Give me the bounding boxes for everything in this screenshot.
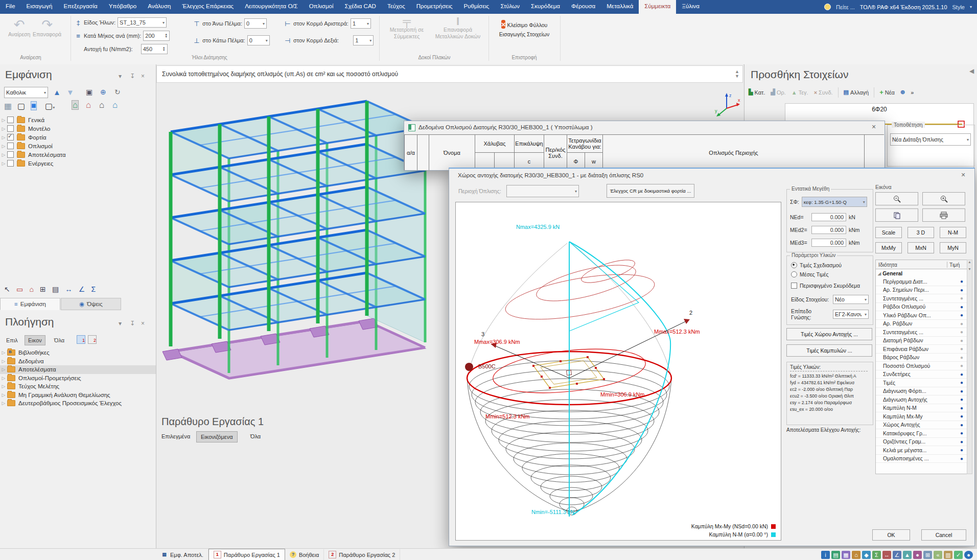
window-1-icon[interactable]: 1 xyxy=(77,335,85,344)
tree-checkbox[interactable] xyxy=(7,134,14,141)
pin-icon[interactable]: ↧ xyxy=(130,73,135,80)
knowledge-combo[interactable]: ΕΓ2-Κανον▾ xyxy=(833,310,869,319)
expander-icon[interactable]: ▷ xyxy=(0,367,7,372)
undo-button[interactable]: ↶ Αναίρεση xyxy=(8,18,30,37)
menu-tab[interactable]: Επεξεργασία xyxy=(58,0,103,14)
prop-toggle-icon[interactable]: ● xyxy=(957,329,967,335)
prop-row[interactable]: Τιμές ● xyxy=(876,379,967,387)
grid-icon[interactable]: ▦ xyxy=(842,551,850,559)
prop-row[interactable]: Καμπύλη N-M ● xyxy=(876,404,967,413)
down-arrow-icon[interactable]: ▼ xyxy=(66,88,74,97)
prop-toggle-icon[interactable]: ● xyxy=(957,413,967,419)
prop-row[interactable]: Κελιά με μέγιστα... ● xyxy=(876,446,967,455)
prop-toggle-icon[interactable]: ● xyxy=(957,380,967,385)
cube-solid-icon[interactable]: ■ xyxy=(31,101,37,110)
nav-tree-row[interactable]: ▷ Αποτελέσματα xyxy=(0,365,156,374)
prop-toggle-icon[interactable]: ● xyxy=(957,363,967,368)
prop-row[interactable]: Κατακόρυφες Γρ... ● xyxy=(876,429,967,438)
prop-toggle-icon[interactable]: ● xyxy=(957,396,967,402)
model-icon[interactable]: ⌂ xyxy=(852,551,860,559)
menu-tab[interactable]: Στύλων xyxy=(495,0,525,14)
props-scrollbar[interactable]: ▲▼ xyxy=(967,260,972,474)
menu-tab[interactable]: Προμετρήσεις xyxy=(411,0,458,14)
display-tree-row[interactable]: ▷ Ενέργειες xyxy=(0,159,156,168)
expander-icon[interactable]: ▷ xyxy=(0,401,7,406)
prop-toggle-icon[interactable]: ● xyxy=(957,447,967,453)
prop-row[interactable]: Οριζόντιες Γραμ... ● xyxy=(876,438,967,447)
window-2-icon[interactable]: 2 xyxy=(88,335,97,344)
solid-view-icon[interactable]: ⌂ xyxy=(99,100,104,110)
tab-views[interactable]: ◉ Όψεις xyxy=(61,298,121,310)
rebar-region-combo[interactable]: ▾ xyxy=(506,185,579,197)
menu-tab[interactable]: Ρυθμίσεις xyxy=(458,0,495,14)
expander-icon[interactable]: ▷ xyxy=(0,350,7,355)
prop-toggle-icon[interactable]: ● xyxy=(957,405,967,411)
mean-values-radio[interactable]: Μέσες Τιμές xyxy=(791,271,829,277)
view-nm-button[interactable]: N-M xyxy=(940,227,966,238)
prop-row[interactable]: Διάγνωση Αντοχής ● xyxy=(876,395,967,404)
display-tree-row[interactable]: ▷ Οπλισμοί xyxy=(0,142,156,150)
close-icon[interactable]: × xyxy=(141,73,145,80)
convert-composite-button[interactable]: ╤ Μετατροπή σε Σύμμεικτες xyxy=(384,18,429,40)
tree-checkbox[interactable] xyxy=(7,160,14,167)
menu-tab[interactable]: Υπόβαθρο xyxy=(103,0,143,14)
chevron-down-icon[interactable]: ▾ xyxy=(119,73,122,80)
menu-tab[interactable]: Μεταλλικά xyxy=(601,0,639,14)
element-type-combo[interactable]: Νέο▾ xyxy=(833,295,869,304)
expander-icon[interactable]: ▷ xyxy=(0,152,7,157)
table-icon[interactable]: ⊞ xyxy=(923,551,932,559)
menu-tab[interactable]: Τεύχος xyxy=(382,0,411,14)
layers-icon[interactable]: ▤ xyxy=(831,551,840,559)
cube-wire-icon[interactable]: ▢ xyxy=(17,101,25,111)
tree-checkbox[interactable] xyxy=(7,143,14,149)
ned-input[interactable]: 0.000 xyxy=(811,213,846,221)
menu-tab[interactable]: Λειτουργικότητα Ο/Σ xyxy=(239,0,304,14)
close-icon[interactable]: × xyxy=(141,320,145,327)
up-arrow-icon[interactable]: ▲ xyxy=(53,88,61,97)
prop-row[interactable]: Διάγνωση Φόρτι... ● xyxy=(876,387,967,396)
display-tree-row[interactable]: ▷ Μοντέλο xyxy=(0,124,156,133)
overflow-button[interactable]: » xyxy=(909,88,916,97)
menu-tab[interactable]: Οπλισμοί xyxy=(304,0,339,14)
diamond-icon[interactable]: ◆ xyxy=(862,551,871,559)
menu-tab[interactable]: Σκυρόδεμα xyxy=(525,0,566,14)
prop-toggle-icon[interactable]: ● xyxy=(957,295,967,301)
prop-row[interactable]: Διατομή Ράβδων ● xyxy=(876,337,967,345)
col-region[interactable]: Οπλισμός Περιοχής xyxy=(602,134,864,170)
rows-icon[interactable]: ▥ xyxy=(944,551,952,559)
design-values-radio[interactable]: Τιμές Σχεδιασμού xyxy=(791,262,842,268)
placement-combo[interactable]: Νέα Διάταξη Όπλισης▾ xyxy=(890,133,971,146)
taskbar-item-workspace1[interactable]: 1Παράθυρο Εργασίας 1 xyxy=(208,549,285,560)
view-mxmy-button[interactable]: MxMy xyxy=(875,242,902,253)
taskbar-item-results[interactable]: ▤Εμφ. Αποτελ. xyxy=(156,549,208,560)
taskbar-item-help[interactable]: ?Βοήθεια xyxy=(285,549,324,560)
menu-tab[interactable]: Ξύλινα xyxy=(676,0,705,14)
nail-type-combo[interactable]: ST_13_75▾ xyxy=(118,17,167,28)
dimension-icon[interactable]: ↔ xyxy=(65,285,72,293)
stirrup-button[interactable]: ▲Τεγ. xyxy=(789,88,810,97)
vertical-rebar-button[interactable]: ▙Κατ. xyxy=(747,87,767,97)
scope-combo[interactable]: Καθολικ▾ xyxy=(4,87,48,98)
tree-checkbox[interactable] xyxy=(7,151,14,158)
prop-toggle-icon[interactable]: ● xyxy=(957,430,967,436)
properties-icon[interactable]: ▤ xyxy=(52,285,59,293)
prop-row[interactable]: Συντεταγμένες ... ● xyxy=(876,328,967,337)
tell-me[interactable]: Πείτε ... xyxy=(836,4,855,10)
bottom-flange-combo[interactable]: 0▾ xyxy=(247,35,270,45)
prop-row[interactable]: Ομαλοποιημένες ... ● xyxy=(876,455,967,463)
col-name[interactable]: Όνομα xyxy=(429,134,475,170)
expander-icon[interactable]: ▷ xyxy=(0,161,7,166)
nail-strength-input[interactable]: 450 ▲▼ xyxy=(141,44,168,54)
tab-selected-elements[interactable]: Επιλεγμένα xyxy=(157,431,194,441)
prop-toggle-icon[interactable]: ● xyxy=(957,388,967,394)
col-aa[interactable]: α/α xyxy=(404,134,417,170)
select-add-icon[interactable]: ↖ xyxy=(4,285,10,293)
col-property[interactable]: Ιδιότητα xyxy=(876,262,947,268)
prop-row[interactable]: Συνδετήρες ● xyxy=(876,370,967,379)
prop-row[interactable]: Ποσοστό Οπλισμού ● xyxy=(876,362,967,370)
display-tree-row[interactable]: ▷ Φορτία xyxy=(0,133,156,142)
menu-tab[interactable]: Εισαγωγή xyxy=(21,0,58,14)
pin-icon[interactable]: ↧ xyxy=(130,320,135,327)
change-button[interactable]: ▤Αλλαγή xyxy=(842,87,871,97)
nav-tab-selected[interactable]: Επιλ xyxy=(3,335,21,345)
